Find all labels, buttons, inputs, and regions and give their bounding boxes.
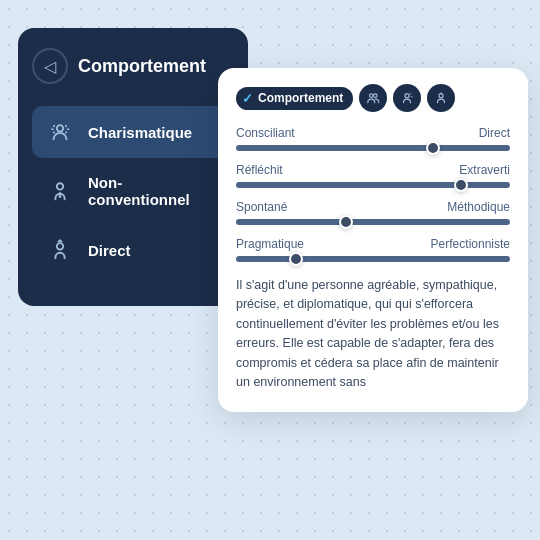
slider-labels-4: Pragmatique Perfectionniste [236, 237, 510, 251]
non-conventionnel-label: Non-conventionnel [88, 174, 222, 208]
icon-group-1 [359, 84, 387, 112]
thumb-3[interactable] [339, 215, 353, 229]
left-panel: ◁ Comportement Charismatique Non-convent… [18, 28, 248, 306]
slider-labels-1: Consciliant Direct [236, 126, 510, 140]
right-panel: ✓ Comportement [218, 68, 528, 412]
check-icon: ✓ [242, 91, 253, 106]
sidebar-item-charismatique[interactable]: Charismatique [32, 106, 234, 158]
icon-group-3 [427, 84, 455, 112]
tag-label: Comportement [258, 91, 343, 105]
left-panel-header: ◁ Comportement [32, 48, 234, 84]
sidebar-item-direct[interactable]: Direct [32, 224, 234, 276]
sliders-container: Consciliant Direct Réfléchit Extraverti … [236, 126, 510, 262]
non-conventionnel-icon [44, 175, 76, 207]
right-panel-header: ✓ Comportement [236, 84, 510, 112]
track-3[interactable] [236, 219, 510, 225]
label-spontane: Spontané [236, 200, 287, 214]
slider-pragmatique-perfectionniste: Pragmatique Perfectionniste [236, 237, 510, 262]
slider-spontane-methodique: Spontané Méthodique [236, 200, 510, 225]
svg-point-2 [59, 195, 62, 198]
track-2[interactable] [236, 182, 510, 188]
track-1[interactable] [236, 145, 510, 151]
label-pragmatique: Pragmatique [236, 237, 304, 251]
svg-point-5 [374, 94, 378, 98]
svg-point-1 [57, 183, 63, 189]
svg-point-8 [440, 92, 442, 94]
thumb-4[interactable] [289, 252, 303, 266]
description-text: Il s'agit d'une personne agréable, sympa… [236, 276, 510, 392]
label-consciliant: Consciliant [236, 126, 295, 140]
label-reflechit: Réfléchit [236, 163, 283, 177]
thumb-2[interactable] [454, 178, 468, 192]
label-methodique: Méthodique [447, 200, 510, 214]
direct-icon [44, 234, 76, 266]
label-direct: Direct [479, 126, 510, 140]
sidebar-item-non-conventionnel[interactable]: Non-conventionnel [32, 164, 234, 218]
direct-label: Direct [88, 242, 131, 259]
comportement-tag: ✓ Comportement [236, 87, 353, 110]
back-button[interactable]: ◁ [32, 48, 68, 84]
track-4[interactable] [236, 256, 510, 262]
slider-labels-2: Réfléchit Extraverti [236, 163, 510, 177]
svg-point-4 [370, 94, 374, 98]
icon-group-2 [393, 84, 421, 112]
thumb-1[interactable] [426, 141, 440, 155]
svg-point-3 [57, 243, 63, 249]
svg-point-7 [439, 94, 443, 98]
charismatique-icon [44, 116, 76, 148]
left-panel-title: Comportement [78, 56, 206, 77]
svg-point-6 [405, 94, 409, 98]
slider-labels-3: Spontané Méthodique [236, 200, 510, 214]
slider-reflechit-extraverti: Réfléchit Extraverti [236, 163, 510, 188]
label-extraverti: Extraverti [459, 163, 510, 177]
svg-point-0 [57, 125, 63, 131]
label-perfectionniste: Perfectionniste [431, 237, 510, 251]
charismatique-label: Charismatique [88, 124, 192, 141]
back-icon: ◁ [44, 57, 56, 76]
slider-consciliant-direct: Consciliant Direct [236, 126, 510, 151]
